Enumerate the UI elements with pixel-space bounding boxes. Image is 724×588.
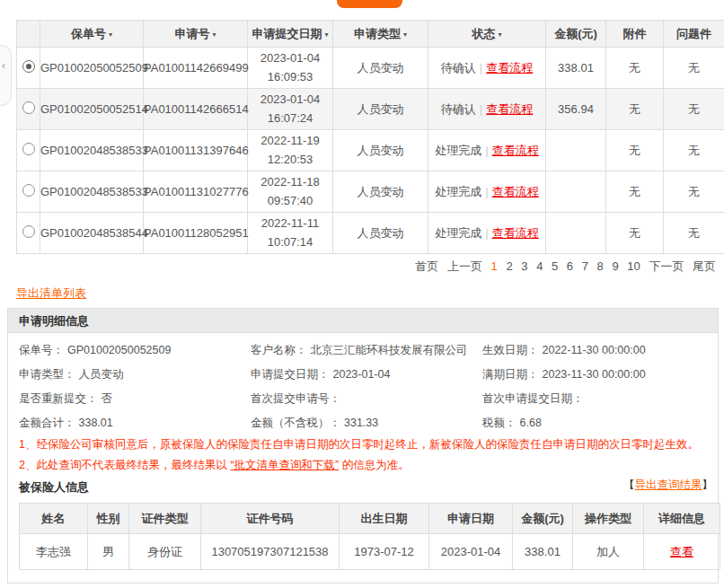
page-number[interactable]: 10 [627,259,640,273]
export-result-link[interactable]: 导出查询结果 [635,478,702,491]
insured-table: 姓名 性别 证件类型 证件号码 出生日期 申请日期 金额(元) 操作类型 详细信… [19,503,720,570]
export-result-wrap: 【导出查询结果】 [623,478,713,493]
amount-cell [546,213,606,254]
attachment-cell: 无 [606,171,664,213]
row-select-radio[interactable] [22,184,35,197]
problem-cell: 无 [664,213,724,254]
policy-no-cell: GP01002048538533 [40,171,144,213]
page-last[interactable]: 尾页 [693,259,716,273]
pagination: 首页 上一页 1 2 3 4 5 6 7 8 9 10 下一页 尾页 [412,259,719,275]
insured-section-title: 被保险人信息 [19,479,89,496]
field-effective-date: 生效日期：2022-11-30 00:00:00 [482,343,646,358]
amount-cell [546,171,606,213]
id-type-cell: 身份证 [129,534,201,570]
submit-date-cell: 2022-11-1912:20:53 [248,130,333,171]
header-app-type[interactable]: 申请类型▾ [333,21,428,48]
app-no-cell: PA01001142669499 [144,48,248,89]
header-policy-no[interactable]: 保单号▾ [40,21,144,48]
chevron-left-icon: ‹ [2,60,5,71]
table-row: GP01002050052509 PA01001142669499 2023-0… [17,48,724,89]
view-flow-link[interactable]: 查看流程 [492,144,539,157]
field-resubmit: 是否重新提交：否 [19,391,112,407]
page-number-current[interactable]: 1 [491,259,498,273]
page-number[interactable]: 5 [552,259,558,273]
page-number[interactable]: 8 [597,259,604,273]
app-no-cell: PA01001131027776 [144,171,248,213]
status-cell: 待确认|查看流程 [428,89,546,130]
submit-date-cell: 2023-01-0416:07:24 [248,89,333,130]
apply-date-cell: 2023-01-04 [429,534,513,570]
view-detail-link[interactable]: 查看 [670,545,693,558]
submit-date-cell: 2022-11-1110:07:14 [248,213,333,254]
header-op-type: 操作类型 [573,504,644,534]
top-action-button[interactable] [337,0,402,8]
detail-cell: 查看 [644,534,720,570]
attachment-cell: 无 [606,48,664,89]
field-amount-total: 金额合计：338.01 [19,416,113,431]
view-flow-link[interactable]: 查看流程 [486,61,533,75]
header-amount: 金额(元) [513,504,573,534]
app-type-cell: 人员变动 [333,130,428,171]
field-amount-no-tax: 金额（不含税）：331.33 [251,416,378,431]
status-cell: 待确认|查看流程 [428,48,546,89]
view-flow-link[interactable]: 查看流程 [492,185,539,198]
header-apply-date: 申请日期 [429,504,513,534]
export-list-link[interactable]: 导出清单列表 [16,285,86,302]
table-row: GP01002048538544 PA01001128052951 2022-1… [17,213,724,254]
app-type-cell: 人员变动 [333,213,428,254]
approval-list-link[interactable]: “批文清单查询和下载” [230,459,339,471]
page-next[interactable]: 下一页 [649,259,684,273]
page-number[interactable]: 7 [582,259,588,273]
row-select-radio[interactable] [22,225,35,238]
id-no-cell: 130705197307121538 [201,534,340,570]
header-attachment: 附件 [606,21,664,48]
note-line-1: 1、经保险公司审核同意后，原被保险人的保险责任自申请日期的次日零时起终止，新被保… [19,437,699,452]
app-no-cell: PA01001142666514 [144,89,248,130]
page-number[interactable]: 6 [567,259,573,273]
row-select-radio[interactable] [22,143,35,155]
sort-icon: ▾ [498,31,501,39]
problem-cell: 无 [664,89,724,130]
page-number[interactable]: 9 [612,259,618,273]
radio-column-header [17,21,40,48]
policy-no-cell: GP01002048538533 [40,130,144,171]
amount-cell [546,130,606,171]
row-select-radio[interactable] [22,60,35,73]
page-number[interactable]: 2 [506,259,512,273]
page-number[interactable]: 3 [521,259,527,273]
header-name: 姓名 [20,504,88,534]
field-policy-no: 保单号：GP01002050052509 [19,343,171,358]
field-first-app-no: 首次提交申请号： [251,391,344,407]
problem-cell: 无 [664,130,724,171]
attachment-cell: 无 [606,130,664,171]
header-app-no[interactable]: 申请号▾ [144,21,248,48]
header-submit-date[interactable]: 申请提交日期▾ [248,21,333,48]
amount-cell: 338.01 [513,534,573,570]
birth-date-cell: 1973-07-12 [340,534,429,570]
header-gender: 性别 [88,504,129,534]
insured-row: 李志强 男 身份证 130705197307121538 1973-07-12 … [20,534,720,570]
view-flow-link[interactable]: 查看流程 [486,102,533,116]
sort-icon: ▾ [324,31,328,39]
amount-cell: 356.94 [546,89,606,130]
app-no-cell: PA01001128052951 [144,213,248,254]
table-row: GP01002048538533 PA01001131027776 2022-1… [17,171,724,213]
header-detail: 详细信息 [644,504,720,534]
sort-icon: ▾ [212,31,216,39]
header-problem: 问题件 [664,21,724,48]
sort-icon: ▾ [403,31,407,39]
view-flow-link[interactable]: 查看流程 [492,226,539,240]
row-select-radio[interactable] [22,101,35,114]
header-status[interactable]: 状态▾ [428,21,546,48]
collapse-panel-tab[interactable]: ‹ [0,45,12,106]
page-first[interactable]: 首页 [415,259,438,273]
problem-cell: 无 [664,48,724,89]
table-header-row: 保单号▾ 申请号▾ 申请提交日期▾ 申请类型▾ 状态▾ 金额(元) 附件 问题件 [17,21,724,48]
page-number[interactable]: 4 [536,259,543,273]
field-first-submit-date: 首次申请提交日期： [482,391,587,407]
amount-cell: 338.01 [546,48,606,89]
field-app-type: 申请类型：人员变动 [19,367,124,382]
page-prev[interactable]: 上一页 [447,259,482,273]
app-type-cell: 人员变动 [333,48,428,89]
name-cell: 李志强 [20,534,88,570]
